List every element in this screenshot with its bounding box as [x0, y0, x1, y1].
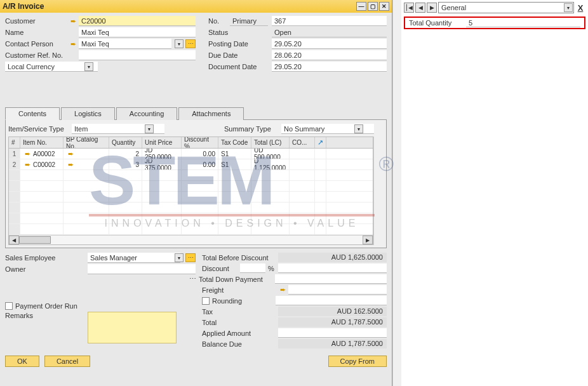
- tab-logistics[interactable]: Logistics: [61, 107, 115, 120]
- cell-item[interactable]: ➨C00002: [20, 159, 63, 170]
- close-button[interactable]: ✕: [379, 2, 389, 11]
- form-vscroll[interactable]: [392, 0, 401, 386]
- window-title-bar: A/R Invoice — ▢ ✕: [0, 0, 392, 13]
- table-row[interactable]: [9, 213, 373, 224]
- due-input[interactable]: [272, 50, 387, 60]
- cancel-button[interactable]: Cancel: [44, 356, 90, 367]
- link-arrow-icon[interactable]: ➨: [278, 286, 287, 295]
- col-bp[interactable]: BP Catalog No.: [63, 137, 109, 148]
- chevron-down-icon[interactable]: ▼: [145, 124, 154, 133]
- link-arrow-icon[interactable]: ➨: [23, 149, 32, 158]
- scroll-left-button[interactable]: ◀: [9, 236, 19, 244]
- nav-prev-button[interactable]: ◀: [415, 3, 425, 13]
- side-category-label: General: [441, 4, 466, 11]
- cell-price[interactable]: JD 375.0000: [142, 159, 182, 170]
- table-row[interactable]: [9, 203, 373, 213]
- owner-input[interactable]: [88, 264, 196, 274]
- sales-emp-select[interactable]: [88, 253, 180, 263]
- down-value[interactable]: [275, 274, 387, 284]
- nav-next-button[interactable]: ▶: [427, 3, 437, 13]
- link-arrow-icon[interactable]: ➨: [69, 39, 77, 48]
- grid-vscroll[interactable]: [373, 136, 384, 245]
- total-quantity-box: Total Quantity 5: [404, 17, 585, 29]
- cell-co[interactable]: [290, 149, 315, 159]
- remarks-input[interactable]: [88, 312, 177, 343]
- cell-tax[interactable]: S1: [218, 149, 251, 159]
- col-price[interactable]: Unit Price: [142, 137, 182, 148]
- maximize-button[interactable]: ▢: [368, 2, 378, 11]
- cell-disc[interactable]: 0.00: [182, 159, 218, 170]
- col-qty[interactable]: Quantity: [109, 137, 142, 148]
- table-row[interactable]: [9, 224, 373, 235]
- cell-total[interactable]: D 1,125.0000: [251, 159, 290, 170]
- scroll-right-button[interactable]: ▶: [363, 236, 373, 244]
- chevron-down-icon[interactable]: ▼: [84, 62, 93, 71]
- cell-price[interactable]: JD 250.0000: [142, 149, 182, 159]
- side-close-button[interactable]: X: [575, 3, 585, 13]
- expand-icon[interactable]: ↗: [317, 138, 323, 147]
- side-category-select[interactable]: General ▼: [438, 2, 574, 13]
- cell-total[interactable]: UD 500.0000: [251, 149, 290, 159]
- no-input[interactable]: [272, 16, 387, 26]
- pay-order-checkbox[interactable]: [5, 302, 13, 310]
- cell-tax[interactable]: S1: [218, 159, 251, 170]
- sales-emp-details-button[interactable]: ⋯: [185, 253, 196, 262]
- discount-value[interactable]: [278, 263, 387, 273]
- name-input[interactable]: [79, 27, 196, 37]
- link-arrow-icon[interactable]: ➨: [66, 149, 75, 158]
- freight-value[interactable]: [288, 285, 387, 295]
- doc-input[interactable]: [272, 62, 387, 72]
- col-co[interactable]: CO...: [290, 137, 315, 148]
- cell-co[interactable]: [290, 159, 315, 170]
- tab-contents[interactable]: Contents: [5, 107, 60, 120]
- table-row[interactable]: [9, 192, 373, 203]
- down-payment-button[interactable]: ⋯: [189, 275, 196, 283]
- status-input: [272, 27, 387, 37]
- minimize-button[interactable]: —: [356, 2, 366, 11]
- discount-label: Discount: [202, 265, 240, 272]
- tab-accounting[interactable]: Accounting: [116, 107, 177, 120]
- copy-from-button[interactable]: Copy From: [328, 356, 387, 367]
- link-arrow-icon[interactable]: ➨: [66, 160, 75, 169]
- table-row[interactable]: [9, 181, 373, 192]
- col-total[interactable]: Total (LC): [251, 137, 290, 148]
- summary-label: Summary Type: [224, 125, 281, 133]
- cell-qty[interactable]: 2: [109, 149, 142, 159]
- col-tax[interactable]: Tax Code: [218, 137, 251, 148]
- tab-attachments[interactable]: Attachments: [178, 107, 244, 120]
- link-arrow-icon[interactable]: ➨: [23, 160, 32, 169]
- discount-pct-input[interactable]: [240, 263, 265, 273]
- freight-label: Freight: [202, 286, 278, 294]
- link-arrow-icon[interactable]: ➨: [69, 17, 77, 25]
- balance-value: AUD 1,787.5000: [278, 339, 387, 349]
- cell-bp[interactable]: ➨: [63, 149, 109, 159]
- posting-input[interactable]: [272, 39, 387, 49]
- total-qty-value: 5: [466, 19, 580, 27]
- ref-input[interactable]: [79, 50, 196, 60]
- table-row[interactable]: [9, 170, 373, 181]
- cell-qty[interactable]: 3: [109, 159, 142, 170]
- hscroll-thumb[interactable]: [19, 236, 51, 244]
- ok-button[interactable]: OK: [5, 356, 39, 367]
- chevron-down-icon[interactable]: ▼: [175, 39, 184, 48]
- cell-item[interactable]: ➨A00002: [20, 149, 63, 159]
- table-row[interactable]: 1➨A00002➨2JD 250.00000.00S1UD 500.0000: [9, 149, 373, 159]
- contact-input[interactable]: [79, 39, 171, 49]
- col-item[interactable]: Item No.: [20, 137, 63, 148]
- cell-disc[interactable]: 0.00: [182, 149, 218, 159]
- rounding-checkbox[interactable]: [202, 297, 210, 305]
- customer-label: Customer: [5, 17, 69, 25]
- chevron-down-icon[interactable]: ▼: [175, 253, 184, 262]
- contact-details-button[interactable]: ⋯: [185, 39, 196, 48]
- customer-input[interactable]: [79, 16, 196, 26]
- table-row[interactable]: 2➨C00002➨3JD 375.00000.00S1D 1,125.0000: [9, 159, 373, 170]
- due-label: Due Date: [208, 51, 272, 59]
- nav-first-button[interactable]: ⎮◀: [404, 3, 414, 13]
- chevron-down-icon[interactable]: ▼: [354, 124, 363, 133]
- col-num[interactable]: #: [9, 137, 20, 148]
- pay-order-label: Payment Order Run: [15, 302, 77, 310]
- cell-bp[interactable]: ➨: [63, 159, 109, 170]
- col-disc[interactable]: Discount %: [182, 137, 218, 148]
- no-type-input[interactable]: [230, 16, 268, 26]
- chevron-down-icon[interactable]: ▼: [564, 3, 573, 12]
